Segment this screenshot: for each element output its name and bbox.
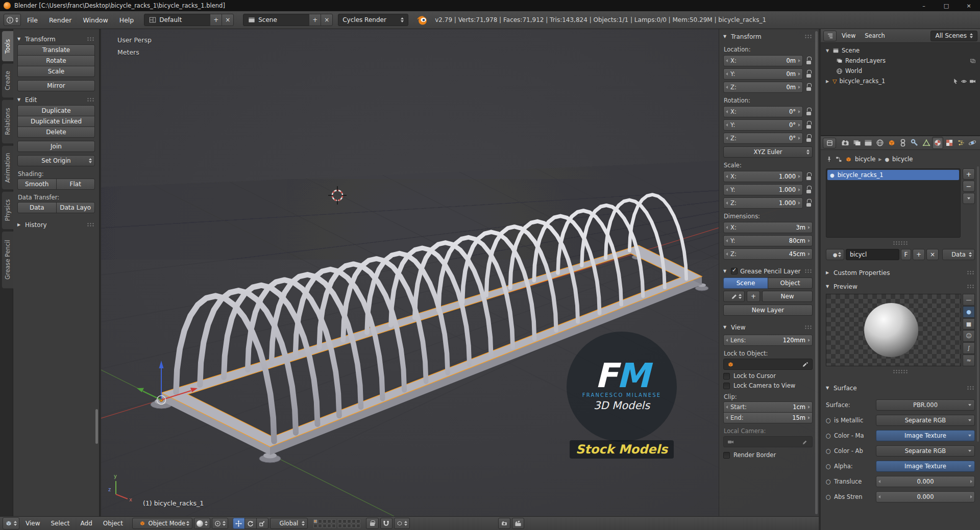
panel-grip-icon[interactable] (804, 325, 813, 330)
delete-button[interactable]: Delete (17, 127, 95, 138)
scale-x-field[interactable]: X:1.000 (723, 171, 803, 182)
lock-icon[interactable] (805, 56, 813, 66)
tab-data[interactable] (921, 137, 932, 149)
tool-tab-physics[interactable]: Physics (2, 191, 13, 229)
rotation-x-field[interactable]: X:0° (723, 106, 803, 117)
expander-icon[interactable]: ▶ (825, 79, 830, 84)
selectable-toggle-icon[interactable] (953, 78, 959, 84)
gp-source-scene-tab[interactable]: Scene (723, 277, 768, 289)
duplicate-linked-button[interactable]: Duplicate Linked (17, 116, 95, 127)
snap-toggle-button[interactable] (380, 518, 393, 529)
breadcrumb-object[interactable]: bicycle (855, 156, 875, 163)
material-input-number-field[interactable]: 0.000 (876, 491, 975, 502)
slot-specials-button[interactable] (963, 193, 975, 204)
mirror-button[interactable]: Mirror (17, 80, 95, 91)
properties-scrollbar[interactable] (977, 166, 979, 442)
preview-flat-button[interactable]: — (963, 294, 975, 306)
outliner-search-menu[interactable]: Search (861, 32, 889, 39)
eyedropper-icon[interactable] (802, 361, 808, 368)
shade-flat-button[interactable]: Flat (56, 179, 95, 190)
layer-toggle[interactable] (347, 524, 351, 528)
preview-sphere-button[interactable]: ● (963, 306, 975, 318)
viewport-editor-select[interactable] (3, 517, 19, 529)
material-slot-list[interactable]: ● bicycle_racks_1 (826, 168, 961, 238)
material-input-menu[interactable]: Image Texture (876, 430, 975, 441)
dimensions-x-field[interactable]: X:3m (723, 222, 813, 233)
dimensions-z-field[interactable]: Z:45cm (723, 248, 813, 260)
select-menu[interactable]: Select (46, 520, 74, 527)
browse-material-button[interactable]: ● (826, 249, 844, 260)
material-input-menu[interactable]: Image Texture (876, 461, 975, 472)
expander-icon[interactable]: ▼ (825, 48, 830, 53)
preview-monkey-button[interactable]: ☺ (963, 330, 975, 342)
layer-toggle[interactable] (327, 519, 331, 523)
layers-icon[interactable] (970, 58, 976, 64)
fake-user-button[interactable]: F (901, 249, 911, 260)
gp-draw-mode-select[interactable] (723, 291, 745, 302)
layer-toggle[interactable] (323, 519, 327, 523)
panel-grip-icon[interactable] (967, 270, 975, 275)
dimensions-y-field[interactable]: Y:80cm (723, 235, 813, 246)
layer-toggle[interactable] (313, 519, 317, 523)
panel-grip-icon[interactable] (87, 97, 95, 102)
delete-scene-button[interactable]: × (321, 14, 333, 26)
render-engine-select[interactable]: Cycles Render (338, 14, 408, 26)
translate-button[interactable]: Translate (17, 44, 95, 56)
opengl-render-button[interactable] (498, 518, 510, 529)
tab-scene[interactable] (863, 137, 874, 149)
location-x-field[interactable]: X:0m (723, 55, 803, 66)
visibility-eye-icon[interactable] (961, 79, 967, 84)
tab-object[interactable] (886, 137, 897, 149)
scale-y-field[interactable]: Y:1.000 (723, 184, 803, 195)
lock-icon[interactable] (805, 171, 813, 182)
renderability-camera-icon[interactable] (969, 79, 976, 84)
close-button[interactable]: × (958, 0, 980, 11)
tool-tab-grease-pencil[interactable]: Grease Pencil (2, 231, 13, 289)
tab-texture[interactable] (944, 137, 955, 149)
layer-toggle[interactable] (347, 519, 351, 523)
editor-type-select[interactable] (4, 14, 21, 26)
tool-shelf-scrollbar[interactable] (95, 409, 98, 444)
lock-to-object-field[interactable] (723, 359, 813, 370)
set-origin-select[interactable]: Set Origin (17, 155, 95, 166)
panel-grip-icon[interactable] (893, 241, 908, 245)
lock-camera-checkbox[interactable] (723, 383, 730, 389)
layer-toggle[interactable] (318, 519, 322, 523)
material-name-input[interactable]: bicycl (846, 249, 899, 260)
location-z-field[interactable]: Z:0m (723, 82, 803, 93)
n-panel-scrollbar[interactable] (815, 31, 818, 514)
help-menu[interactable]: Help (114, 16, 139, 24)
unlink-material-button[interactable]: × (926, 249, 939, 260)
data-layout-transfer-button[interactable]: Data Layo (56, 202, 95, 213)
preview-hair-button[interactable]: ∫ (963, 342, 975, 354)
preview-fluid-button[interactable]: ≈ (963, 355, 975, 366)
layer-toggle[interactable] (332, 519, 336, 523)
tab-render[interactable] (840, 137, 851, 149)
pin-icon[interactable] (826, 156, 832, 163)
surface-header[interactable]: ▼ Surface (826, 383, 975, 393)
scene-lock-button[interactable] (366, 518, 379, 529)
tab-physics[interactable] (967, 137, 978, 149)
lock-icon[interactable] (805, 185, 813, 195)
layer-toggle[interactable] (352, 524, 356, 528)
render-border-checkbox[interactable] (723, 452, 730, 459)
panel-grip-icon[interactable] (893, 369, 908, 373)
layer-toggle[interactable] (338, 519, 342, 523)
lock-icon[interactable] (805, 69, 813, 79)
material-input-number-field[interactable]: 0.000 (876, 476, 975, 487)
object-menu[interactable]: Object (99, 520, 128, 527)
grease-pencil-checkbox[interactable] (731, 268, 738, 274)
manipulator-scale-button[interactable] (256, 518, 268, 529)
tab-constraints[interactable] (897, 137, 909, 149)
tab-modifiers[interactable] (909, 137, 920, 149)
scene-field[interactable]: Scene (243, 14, 309, 26)
minimize-button[interactable]: – (913, 0, 935, 11)
manipulator-translate-button[interactable] (233, 518, 245, 529)
rotate-button[interactable]: Rotate (17, 55, 95, 66)
view-panel-header[interactable]: ▼ View (723, 322, 813, 333)
rotation-y-field[interactable]: Y:0° (723, 119, 803, 131)
lock-icon[interactable] (805, 82, 813, 92)
scale-button[interactable]: Scale (17, 66, 95, 77)
layer-toggle[interactable] (338, 524, 342, 528)
layer-toggle[interactable] (356, 524, 360, 528)
